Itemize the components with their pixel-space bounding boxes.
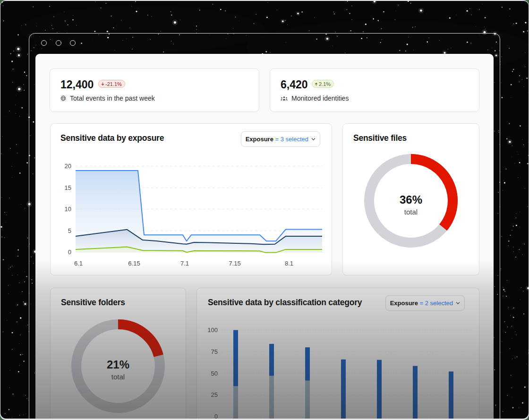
svg-text:25: 25 bbox=[211, 391, 218, 398]
svg-text:15: 15 bbox=[65, 184, 71, 191]
svg-text:100: 100 bbox=[207, 326, 218, 334]
svg-text:8.1: 8.1 bbox=[285, 260, 293, 267]
svg-text:0: 0 bbox=[68, 249, 71, 256]
svg-text:75: 75 bbox=[211, 348, 218, 355]
svg-text:0: 0 bbox=[214, 413, 218, 419]
svg-text:7.15: 7.15 bbox=[229, 260, 240, 267]
svg-text:10: 10 bbox=[65, 206, 71, 213]
svg-text:6.15: 6.15 bbox=[128, 260, 140, 267]
svg-text:50: 50 bbox=[211, 370, 218, 377]
svg-text:5: 5 bbox=[68, 227, 71, 234]
svg-text:6.1: 6.1 bbox=[74, 260, 83, 267]
svg-text:20: 20 bbox=[65, 163, 71, 170]
svg-text:7.1: 7.1 bbox=[180, 260, 189, 267]
